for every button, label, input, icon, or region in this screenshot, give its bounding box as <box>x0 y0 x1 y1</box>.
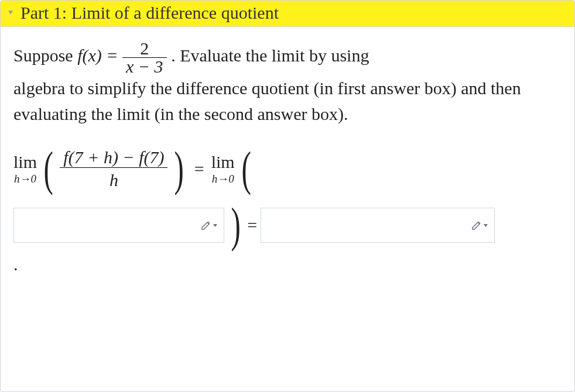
paren-close-2-icon: ) <box>231 204 240 246</box>
limit-1: lim h→0 <box>13 153 37 184</box>
equals-sign-2: = <box>247 215 257 235</box>
limit2-label: lim <box>211 153 235 171</box>
function-definition: f(x) = 2 x − 3 <box>77 40 166 75</box>
limit-2: lim h→0 <box>211 153 235 184</box>
paren-open-2-icon: ( <box>241 148 251 190</box>
trailing-period: . <box>13 255 562 274</box>
svg-marker-1 <box>213 224 217 227</box>
fraction-denominator: x − 3 <box>122 58 167 75</box>
equation-block: lim h→0 ( f(7 + h) − f(7) h ) = lim h→0 … <box>13 147 562 246</box>
fraction-inline: 2 x − 3 <box>122 40 167 75</box>
edit-menu-icon-2[interactable] <box>471 220 488 231</box>
problem-card: Part 1: Limit of a difference quotient S… <box>0 0 575 392</box>
text-lead: Suppose <box>13 46 77 65</box>
part-header[interactable]: Part 1: Limit of a difference quotient <box>1 1 574 27</box>
text-after-frac: . Evaluate the limit by using <box>171 46 369 65</box>
fx-label: f(x) = <box>77 46 122 65</box>
paren-open-icon: ( <box>43 148 53 190</box>
difference-quotient: f(7 + h) − f(7) h <box>60 147 167 190</box>
problem-text: Suppose f(x) = 2 x − 3 . Evaluate the li… <box>13 40 562 126</box>
svg-marker-2 <box>484 224 488 227</box>
text-rest: algebra to simplify the difference quoti… <box>13 78 521 123</box>
answer-input-2[interactable] <box>261 208 495 243</box>
limit-subscript: h→0 <box>14 173 36 184</box>
problem-body: Suppose f(x) = 2 x − 3 . Evaluate the li… <box>1 27 574 274</box>
fraction-numerator: 2 <box>122 40 167 57</box>
equals-sign-1: = <box>194 159 204 179</box>
svg-marker-0 <box>8 11 13 15</box>
part-title: Part 1: Limit of a difference quotient <box>20 3 279 23</box>
dq-denominator: h <box>60 170 167 190</box>
limit-label: lim <box>13 153 37 171</box>
paren-close-icon: ) <box>174 148 184 190</box>
dq-numerator: f(7 + h) − f(7) <box>60 147 167 167</box>
answer-input-1[interactable] <box>13 208 224 243</box>
edit-menu-icon[interactable] <box>201 220 218 231</box>
limit2-subscript: h→0 <box>212 173 234 184</box>
collapse-caret-icon[interactable] <box>6 9 15 17</box>
